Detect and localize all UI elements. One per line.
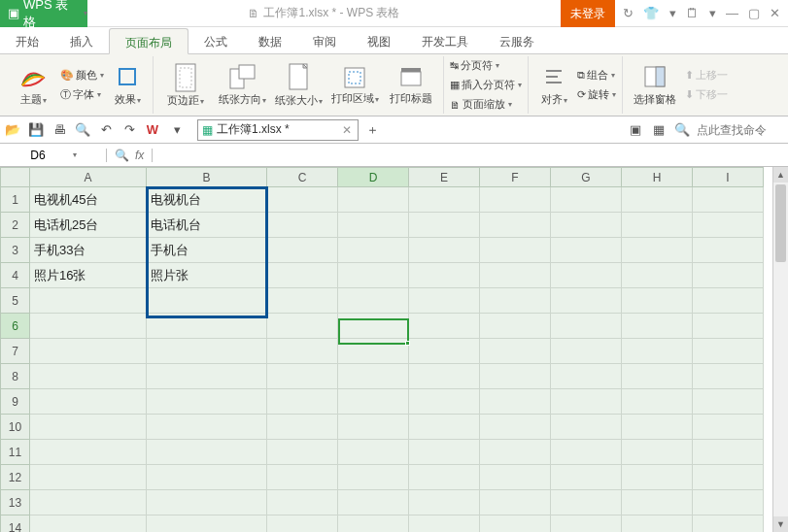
cell-A12[interactable] [30, 465, 147, 490]
cell-F12[interactable] [480, 465, 551, 490]
menu-formula[interactable]: 公式 [188, 27, 243, 53]
name-box[interactable]: ▾ [0, 149, 107, 162]
shirt-icon[interactable]: 👕 [643, 6, 659, 20]
skin-dd-icon[interactable]: ▾ [669, 6, 676, 20]
cell-A8[interactable] [30, 364, 147, 389]
cell-A1[interactable]: 电视机45台 [30, 187, 147, 213]
cell-H2[interactable] [622, 213, 693, 238]
menu-view[interactable]: 视图 [352, 27, 406, 53]
theme-button[interactable]: 主题▾ [10, 57, 56, 114]
note-dd-icon[interactable]: ▾ [709, 6, 716, 20]
cell-E2[interactable] [409, 213, 480, 238]
cell-H12[interactable] [622, 465, 693, 490]
cell-E9[interactable] [409, 389, 480, 415]
cell-I2[interactable] [693, 213, 764, 238]
cell-F11[interactable] [480, 440, 551, 465]
orientation-button[interactable]: 纸张方向▾ [216, 57, 268, 114]
cell-E10[interactable] [409, 415, 480, 440]
cell-D1[interactable] [338, 187, 409, 213]
cell-I10[interactable] [693, 415, 764, 440]
cell-C14[interactable] [267, 515, 338, 533]
row-10[interactable]: 10 [1, 415, 30, 440]
row-1[interactable]: 1 [1, 187, 30, 213]
pagezoom-button[interactable]: 🗎页面缩放▾ [450, 96, 522, 114]
cell-A6[interactable] [30, 314, 147, 339]
search-command-icon[interactable]: 🔍 [673, 121, 691, 139]
cell-H1[interactable] [622, 187, 693, 213]
cell-B5[interactable] [147, 288, 267, 314]
row-6[interactable]: 6 [1, 314, 30, 339]
cell-G10[interactable] [551, 415, 622, 440]
cell-A5[interactable] [30, 288, 147, 314]
cell-B14[interactable] [147, 515, 267, 533]
open-button[interactable]: 📂 [4, 121, 21, 139]
scroll-down-arrow[interactable]: ▼ [773, 516, 788, 532]
cell-G3[interactable] [551, 238, 622, 263]
cell-D2[interactable] [338, 213, 409, 238]
cell-D8[interactable] [338, 364, 409, 389]
undo-button[interactable]: ↶ [97, 121, 115, 139]
cell-C12[interactable] [267, 465, 338, 490]
cell-A13[interactable] [30, 490, 147, 515]
menu-page-layout[interactable]: 页面布局 [109, 28, 188, 54]
cell-I3[interactable] [693, 238, 764, 263]
cell-H4[interactable] [622, 263, 693, 288]
cell-A11[interactable] [30, 440, 147, 465]
moveup-button[interactable]: ⬆上移一 [685, 67, 728, 84]
cell-I4[interactable] [693, 263, 764, 288]
cell-I13[interactable] [693, 490, 764, 515]
cell-F9[interactable] [480, 389, 551, 415]
cell-I7[interactable] [693, 339, 764, 364]
cell-D7[interactable] [338, 339, 409, 364]
wps-home-icon[interactable]: W [144, 121, 161, 139]
col-D[interactable]: D [338, 168, 409, 187]
cell-C11[interactable] [267, 440, 338, 465]
cell-B9[interactable] [147, 389, 267, 415]
menu-cloud[interactable]: 云服务 [484, 27, 550, 53]
document-tab[interactable]: ▦ 工作簿1.xlsx * ✕ [197, 119, 359, 141]
cell-E7[interactable] [409, 339, 480, 364]
cell-C6[interactable] [267, 314, 338, 339]
cell-D4[interactable] [338, 263, 409, 288]
cell-B2[interactable]: 电话机台 [147, 213, 267, 238]
menu-insert[interactable]: 插入 [54, 27, 109, 53]
effects-button[interactable]: 效果▾ [108, 57, 147, 114]
group-button[interactable]: ⧉组合▾ [577, 67, 616, 84]
col-E[interactable]: E [409, 168, 480, 187]
cell-D13[interactable] [338, 490, 409, 515]
row-3[interactable]: 3 [1, 238, 30, 263]
cell-B6[interactable] [147, 314, 267, 339]
fx-search-icon[interactable]: 🔍 [115, 149, 129, 162]
cell-B8[interactable] [147, 364, 267, 389]
cell-F13[interactable] [480, 490, 551, 515]
cell-G9[interactable] [551, 389, 622, 415]
cell-B11[interactable] [147, 440, 267, 465]
cell-I12[interactable] [693, 465, 764, 490]
cell-I8[interactable] [693, 364, 764, 389]
movedown-button[interactable]: ⬇下移一 [685, 86, 728, 104]
align-button[interactable]: 对齐▾ [534, 57, 573, 114]
papersize-button[interactable]: 纸张大小▾ [272, 57, 325, 114]
cell-H7[interactable] [622, 339, 693, 364]
menu-devtools[interactable]: 开发工具 [406, 27, 484, 53]
cell-E8[interactable] [409, 364, 480, 389]
cell-B12[interactable] [147, 465, 267, 490]
cell-H8[interactable] [622, 364, 693, 389]
select-all-corner[interactable] [1, 168, 30, 187]
cell-D3[interactable] [338, 238, 409, 263]
cell-E1[interactable] [409, 187, 480, 213]
login-button[interactable]: 未登录 [561, 0, 615, 27]
col-I[interactable]: I [693, 168, 764, 187]
cell-C13[interactable] [267, 490, 338, 515]
row-4[interactable]: 4 [1, 263, 30, 288]
cell-I5[interactable] [693, 288, 764, 314]
spreadsheet-grid[interactable]: A B C D E F G H I 1电视机45台电视机台 2电话机25台电话机… [0, 167, 772, 532]
cell-B13[interactable] [147, 490, 267, 515]
cell-B1[interactable]: 电视机台 [147, 187, 267, 213]
cell-C8[interactable] [267, 364, 338, 389]
cell-G1[interactable] [551, 187, 622, 213]
cell-H5[interactable] [622, 288, 693, 314]
cell-E11[interactable] [409, 440, 480, 465]
insertbreak-button[interactable]: ▦插入分页符▾ [450, 77, 522, 94]
row-2[interactable]: 2 [1, 213, 30, 238]
